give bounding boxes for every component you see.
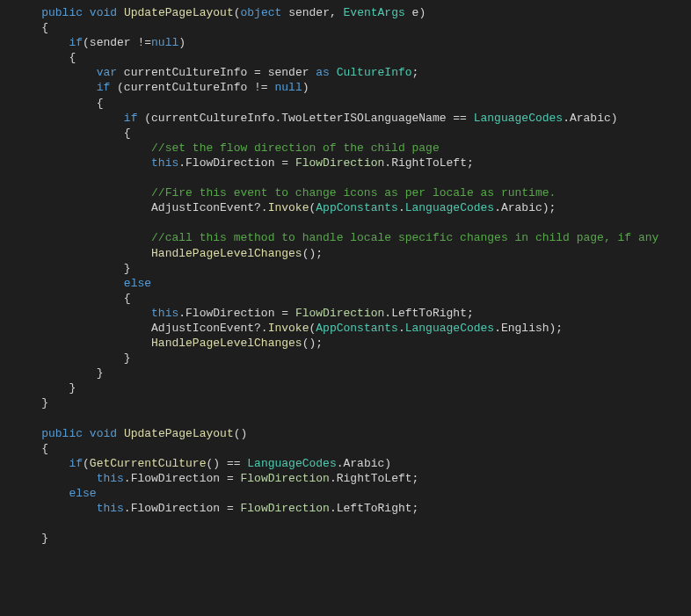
function: Invoke: [268, 322, 309, 335]
keyword: else: [69, 487, 96, 500]
function: Invoke: [268, 201, 309, 214]
code-text: .RightToLeft;: [330, 472, 418, 485]
code-text: [288, 307, 295, 320]
operator: !=: [137, 36, 151, 49]
function: UpdatePageLayout: [124, 6, 234, 19]
code-text: .FlowDirection: [124, 502, 227, 515]
bracket: {: [124, 292, 131, 305]
keyword: void: [90, 427, 117, 440]
code-text: [330, 66, 337, 79]
bracket: {: [41, 21, 48, 34]
enum: FlowDirection: [295, 156, 384, 170]
keyword: public: [41, 6, 83, 19]
code-text: e: [405, 6, 419, 19]
code-line: if(sender !=null): [14, 36, 185, 49]
code-line: {: [14, 21, 48, 34]
enum: FlowDirection: [241, 502, 330, 515]
code-text: [288, 156, 295, 170]
code-line: else: [14, 487, 97, 500]
keyword: public: [41, 427, 83, 440]
code-line: HandlePageLevelChanges();: [14, 247, 323, 260]
code-line: }: [14, 532, 48, 545]
class: LanguageCodes: [405, 322, 494, 335]
code-text: [234, 472, 241, 485]
function: UpdatePageLayout: [124, 427, 234, 440]
keyword: as: [316, 66, 330, 79]
class: LanguageCodes: [405, 201, 494, 214]
bracket: ): [178, 36, 185, 49]
keyword: null: [151, 36, 178, 49]
bracket: {: [124, 127, 131, 140]
bracket: }: [41, 532, 48, 545]
function: HandlePageLevelChanges: [151, 247, 302, 260]
code-text: .Arabic): [337, 457, 391, 470]
operator: ==: [227, 457, 241, 470]
code-line: this.FlowDirection = FlowDirection.Right…: [14, 472, 418, 485]
keyword: if: [69, 457, 83, 470]
code-text: currentCultureInfo: [117, 66, 254, 79]
code-text: (currentCultureInfo.TwoLetterISOLanguage…: [137, 112, 453, 125]
bracket: {: [69, 51, 76, 64]
operator: ==: [453, 112, 467, 125]
bracket: }: [41, 396, 48, 409]
keyword: if: [97, 81, 111, 94]
code-line: //call this method to handle locale spec…: [14, 231, 658, 244]
code-line: }: [14, 351, 131, 365]
class: AppConstants: [316, 322, 398, 335]
code-line: HandlePageLevelChanges();: [14, 337, 323, 350]
keyword: if: [124, 112, 138, 125]
operator: =: [281, 156, 288, 170]
code-line: //set the flow direction of the child pa…: [14, 141, 440, 155]
code-text: sender: [90, 36, 138, 49]
keyword: var: [97, 66, 117, 79]
class: CultureInfo: [337, 66, 412, 79]
keyword: else: [124, 277, 151, 290]
operator: !=: [254, 81, 268, 94]
code-text: .Arabic);: [494, 201, 556, 214]
code-text: AdjustIconEvent?.: [151, 201, 268, 214]
class: LanguageCodes: [474, 112, 563, 125]
bracket: ): [418, 6, 426, 19]
operator: =: [227, 472, 234, 485]
code-line: AdjustIconEvent?.Invoke(AppConstants.Lan…: [14, 201, 556, 214]
code-line: {: [14, 442, 48, 455]
bracket: {: [97, 97, 104, 110]
code-text: [234, 502, 241, 515]
function: HandlePageLevelChanges: [151, 337, 302, 350]
function: GetCurrentCulture: [90, 457, 207, 470]
code-editor[interactable]: public void UpdatePageLayout(object send…: [0, 0, 691, 551]
bracket: }: [124, 351, 131, 365]
keyword: this: [151, 156, 178, 170]
code-text: [467, 112, 474, 125]
code-line: {: [14, 127, 131, 140]
code-text: .RightToLeft;: [384, 156, 473, 170]
bracket: (: [234, 6, 241, 19]
code-line: }: [14, 366, 103, 380]
code-text: sender: [261, 66, 316, 79]
enum: FlowDirection: [241, 472, 330, 485]
operator: =: [281, 307, 288, 320]
enum: FlowDirection: [295, 307, 384, 320]
keyword: null: [274, 81, 302, 94]
type: object: [241, 6, 282, 19]
bracket: }: [97, 366, 104, 380]
comment: //set the flow direction of the child pa…: [151, 141, 440, 155]
class: AppConstants: [316, 201, 398, 214]
code-text: .FlowDirection: [178, 156, 281, 170]
code-line: this.FlowDirection = FlowDirection.LeftT…: [14, 502, 418, 515]
bracket: (): [234, 427, 248, 440]
class: EventArgs: [344, 6, 405, 19]
keyword: this: [151, 307, 178, 320]
comment: //Fire this event to change icons as per…: [151, 186, 556, 199]
bracket: }: [69, 381, 76, 395]
code-line: }: [14, 396, 48, 409]
operator: =: [227, 502, 234, 515]
bracket: {: [41, 442, 48, 455]
code-line: else: [14, 277, 151, 290]
code-line: //Fire this event to change icons as per…: [14, 186, 556, 199]
keyword: this: [97, 502, 124, 515]
bracket: ): [302, 81, 309, 94]
code-line: }: [14, 262, 131, 275]
code-line: }: [14, 381, 76, 395]
code-text: .: [398, 322, 405, 335]
